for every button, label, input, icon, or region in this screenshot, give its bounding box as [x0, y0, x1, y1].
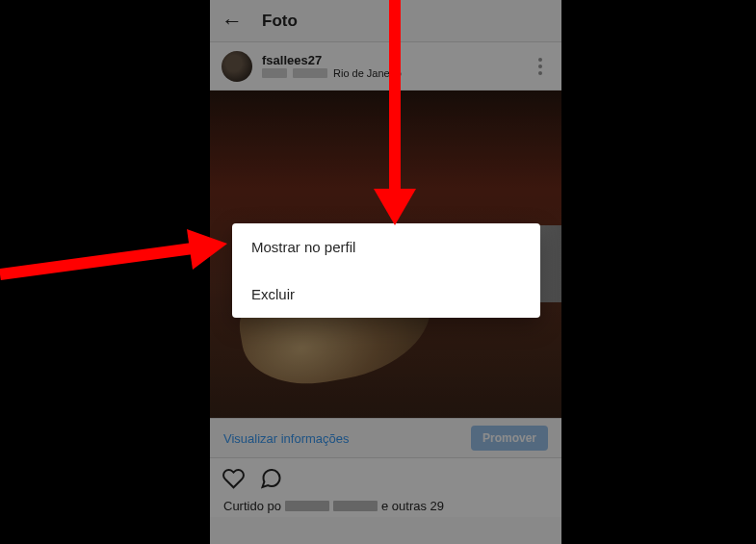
annotation-arrow-top [366, 0, 424, 227]
option-show-on-profile[interactable]: Mostrar no perfil [232, 223, 540, 271]
option-delete[interactable]: Excluir [232, 271, 540, 318]
svg-line-2 [0, 248, 193, 274]
options-dialog: Mostrar no perfil Excluir [232, 223, 540, 318]
svg-marker-1 [374, 189, 416, 225]
svg-marker-3 [187, 229, 227, 270]
annotation-arrow-left [0, 221, 231, 289]
